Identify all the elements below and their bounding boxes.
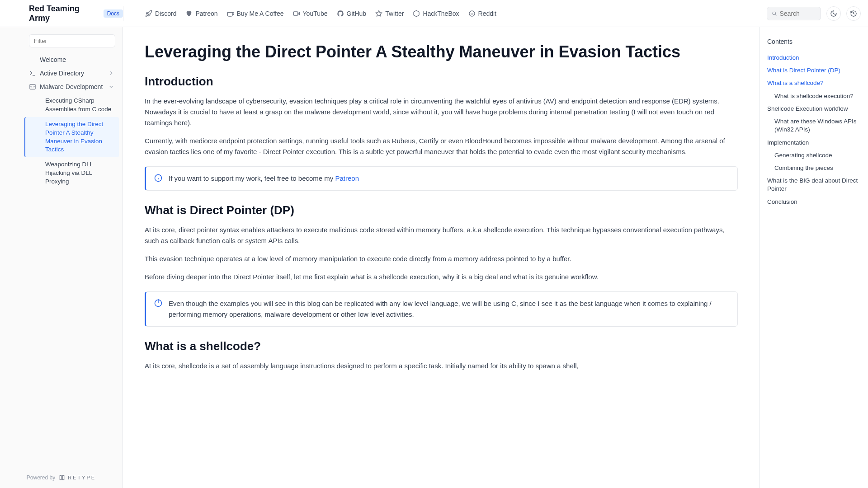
star-icon [375,10,382,17]
tree-label: Active Directory [40,70,84,77]
info-callout: Even though the examples you will see in… [145,291,738,327]
nav-label: HackTheBox [423,10,459,17]
svg-rect-8 [60,475,62,479]
toc-link[interactable]: Implementation [767,136,861,149]
filter-wrap [29,34,115,47]
reddit-icon [468,10,476,17]
tree-label: Welcome [40,56,66,63]
toc-link[interactable]: Introduction [767,52,861,64]
svg-point-2 [469,11,475,16]
toc-link[interactable]: Generating shellcode [767,149,861,162]
sidebar-item-welcome[interactable]: Welcome [25,53,119,66]
sidebar: Welcome Active Directory Malware Develop… [0,27,123,488]
retype-logo: RETYPE [59,474,96,481]
paragraph: Before diving deeper into the Direct Poi… [145,272,738,282]
code-icon [29,83,36,90]
toc-list: IntroductionWhat is Direct Pointer (DP)W… [767,52,861,208]
coffee-icon [227,10,234,17]
nav-twitter[interactable]: Twitter [375,10,404,17]
nav-github[interactable]: GitHub [337,10,367,17]
svg-rect-0 [293,12,297,15]
paragraph: At its core, shellcode is a set of assem… [145,361,738,371]
filter-input[interactable] [29,34,115,47]
rocket-icon [145,10,152,17]
svg-point-5 [773,12,776,15]
nav-discord[interactable]: Discord [145,10,176,17]
toc-link[interactable]: Shellcode Execution workflow [767,103,861,115]
nav-label: GitHub [347,10,367,17]
sidebar-item-active-directory[interactable]: Active Directory [25,66,119,80]
svg-marker-1 [376,10,382,16]
top-nav: Discord Patreon Buy Me A Coffee YouTube … [131,10,767,17]
info-icon [154,174,162,182]
table-of-contents: Contents IntroductionWhat is Direct Poin… [760,27,868,488]
svg-point-3 [471,13,472,14]
info-callout: If you want to support my work, feel fre… [145,166,738,191]
toc-link[interactable]: What is Direct Pointer (DP) [767,64,861,77]
chevron-right-icon [108,70,114,76]
cube-icon [413,10,420,17]
terminal-icon [29,70,36,77]
nav-patreon[interactable]: Patreon [185,10,217,17]
moon-icon [830,10,837,17]
site-title[interactable]: Red Teaming Army [29,4,100,23]
callout-text: Even though the examples you will see in… [169,298,729,320]
nav-label: Twitter [385,10,404,17]
nav-label: Discord [155,10,176,17]
paragraph: At its core, direct pointer syntax enabl… [145,225,738,246]
search-box[interactable] [767,7,821,20]
article-main: Leveraging the Direct Pointer A Stealthy… [123,27,760,488]
nav-coffee[interactable]: Buy Me A Coffee [227,10,284,17]
nav-label: Reddit [478,10,496,17]
header-actions [767,6,861,21]
video-icon [293,10,300,17]
toc-title: Contents [767,38,861,45]
brand-area: Red Teaming Army Docs [7,4,123,23]
nav-label: YouTube [303,10,328,17]
heading-direct-pointer: What is Direct Pointer (DP) [145,203,738,217]
sidebar-sub-csharp[interactable]: Executing CSharp Assemblies from C code [25,94,119,117]
paragraph: This evasion technique operates at a low… [145,253,738,264]
tree-label: Malware Development [40,83,103,90]
toc-link[interactable]: What is the BIG deal about Direct Pointe… [767,174,861,195]
header: Red Teaming Army Docs Discord Patreon Bu… [0,0,868,27]
sidebar-sub-direct-pointer[interactable]: Leveraging the Direct Pointer A Stealthy… [24,117,119,158]
chevron-down-icon [108,84,114,90]
heading-introduction: Introduction [145,75,738,89]
toc-link[interactable]: What is a shellcode? [767,77,861,89]
nav-tree: Welcome Active Directory Malware Develop… [0,53,123,467]
divider [123,6,123,21]
callout-text: If you want to support my work, feel fre… [169,173,359,184]
patreon-link[interactable]: Patreon [335,174,359,182]
theme-toggle[interactable] [826,6,841,21]
nav-label: Patreon [195,10,217,17]
heading-shellcode: What is a shellcode? [145,339,738,353]
svg-rect-9 [62,475,64,479]
sidebar-item-malware-development[interactable]: Malware Development [25,80,119,94]
paragraph: In the ever-evolving landscape of cybers… [145,96,738,128]
github-icon [337,10,344,17]
nav-hackthebox[interactable]: HackTheBox [413,10,459,17]
docs-badge[interactable]: Docs [104,9,123,18]
toc-link[interactable]: What is shellcode execution? [767,90,861,103]
svg-point-4 [472,13,473,14]
sidebar-sub-dll-hijacking[interactable]: Weaponizing DLL Hijacking via DLL Proxyi… [25,157,119,189]
nav-label: Buy Me A Coffee [237,10,284,17]
toc-link[interactable]: Conclusion [767,196,861,208]
toc-link[interactable]: What are these Windows APIs (Win32 APIs) [767,115,861,136]
heart-icon [185,10,193,17]
paragraph: Currently, with mediocre endpoint protec… [145,136,738,157]
search-input[interactable] [780,10,816,17]
toc-link[interactable]: Combining the pieces [767,162,861,174]
retype-icon [59,474,65,481]
powered-by[interactable]: Powered by RETYPE [0,467,123,488]
nav-youtube[interactable]: YouTube [293,10,328,17]
nav-reddit[interactable]: Reddit [468,10,496,17]
history-icon [850,10,857,17]
info-icon [154,299,162,307]
page-title: Leveraging the Direct Pointer A Stealthy… [145,42,738,62]
powered-label: Powered by [27,474,55,481]
history-button[interactable] [846,6,861,21]
search-icon [772,10,777,17]
